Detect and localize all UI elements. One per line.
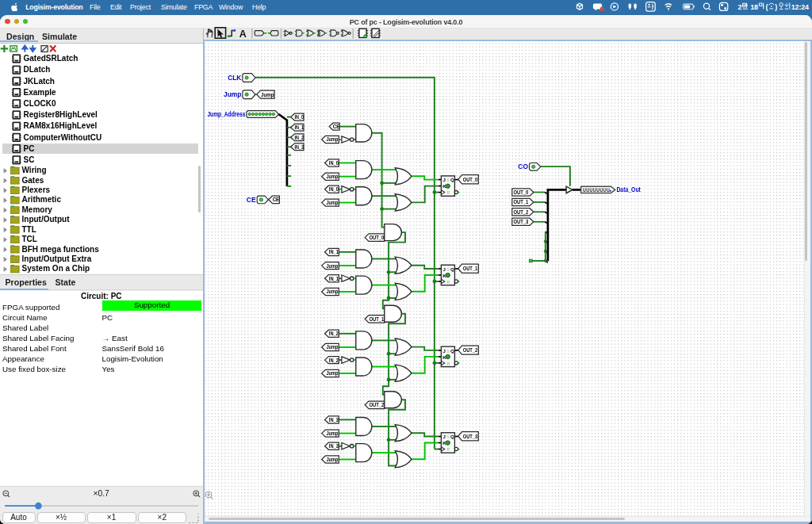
svg-text:Jump: Jump	[224, 90, 241, 98]
svg-text:Jump: Jump	[326, 174, 338, 180]
svg-text:IN_2: IN_2	[329, 331, 339, 336]
svg-text:CO: CO	[518, 163, 528, 170]
svg-text:IN_1: IN_1	[295, 124, 304, 130]
svg-text:OUT_2: OUT_2	[463, 346, 478, 354]
svg-text:Data_Out: Data_Out	[616, 186, 641, 193]
svg-text:Q: Q	[450, 434, 454, 439]
svg-text:IN_3: IN_3	[329, 417, 339, 423]
svg-text:CE: CE	[333, 124, 340, 129]
svg-text:Q: Q	[450, 177, 454, 182]
svg-text:(: (	[765, 3, 768, 11]
svg-text:OUT_0: OUT_0	[513, 189, 528, 195]
svg-text:R: R	[446, 447, 450, 452]
svg-text:18: 18	[750, 3, 758, 11]
svg-text:R: R	[446, 190, 450, 195]
svg-text:S: S	[446, 348, 450, 353]
svg-text:OUT_1: OUT_1	[463, 265, 478, 272]
svg-text:IN_0: IN_0	[295, 114, 304, 120]
svg-text:J: J	[442, 348, 446, 354]
svg-text:IN_3: IN_3	[329, 443, 339, 449]
svg-text:S: S	[446, 266, 450, 271]
svg-text:Jump: Jump	[326, 457, 338, 463]
svg-text:×0.7: ×0.7	[94, 489, 109, 498]
svg-text:OUT_2: OUT_2	[513, 209, 528, 215]
svg-text:OUT_1: OUT_1	[513, 199, 528, 205]
svg-text:Q: Q	[450, 348, 454, 354]
svg-text:2: 2	[738, 3, 742, 11]
svg-text:Jump: Jump	[326, 136, 338, 143]
svg-text:): )	[775, 3, 777, 11]
svg-text:12:24: 12:24	[791, 3, 809, 11]
svg-text:Jump: Jump	[326, 200, 338, 206]
svg-text:IN_1: IN_1	[329, 249, 339, 254]
svg-text:IN_3: IN_3	[295, 144, 304, 150]
svg-text:Jump: Jump	[326, 344, 338, 350]
svg-text:R: R	[446, 280, 450, 285]
svg-text:OUT_2: OUT_2	[369, 402, 384, 407]
svg-text:CE: CE	[247, 196, 256, 204]
svg-text:CLK: CLK	[228, 74, 241, 82]
svg-text:Jump_Address: Jump_Address	[207, 111, 245, 118]
svg-text:OUT_3: OUT_3	[463, 432, 478, 439]
svg-text:Q: Q	[450, 266, 454, 272]
svg-text:IN_2: IN_2	[295, 135, 304, 140]
svg-text:IN_0: IN_0	[329, 186, 339, 192]
svg-text:IN_0: IN_0	[329, 160, 339, 166]
svg-text:OUT_1: OUT_1	[369, 316, 384, 322]
svg-text:J: J	[442, 434, 446, 439]
svg-text:Jump: Jump	[326, 430, 338, 437]
svg-text:J: J	[442, 266, 446, 272]
svg-text:OUT_0: OUT_0	[369, 235, 384, 240]
svg-text:OUT_3: OUT_3	[513, 219, 528, 224]
svg-text:S: S	[446, 178, 450, 182]
svg-text:IN_2: IN_2	[329, 357, 339, 362]
svg-text:IN_1: IN_1	[329, 275, 339, 281]
svg-text:Jump: Jump	[326, 370, 338, 377]
svg-text:Jump: Jump	[261, 90, 274, 98]
svg-text:J: J	[442, 177, 446, 182]
svg-text:OUT_0: OUT_0	[463, 176, 478, 183]
svg-text:CE: CE	[273, 197, 280, 202]
svg-text:Jump: Jump	[326, 262, 338, 269]
svg-text:Jump: Jump	[326, 289, 338, 295]
svg-text:S: S	[446, 434, 450, 439]
svg-text:R: R	[446, 361, 450, 366]
